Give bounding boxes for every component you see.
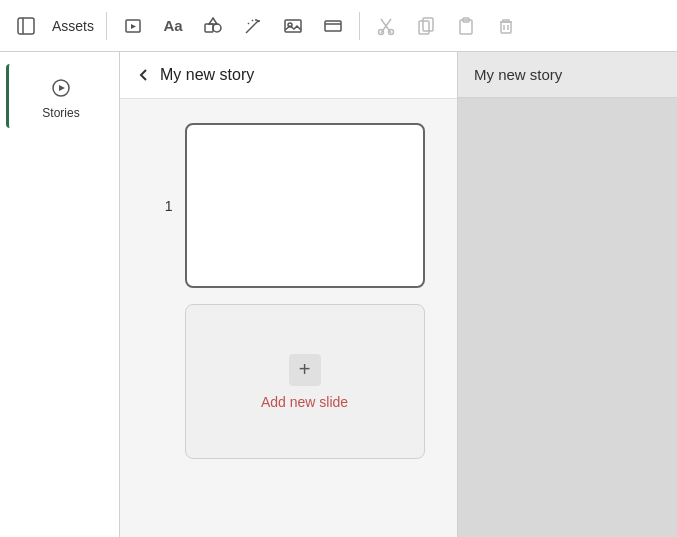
cut-btn[interactable] — [368, 8, 404, 44]
add-slide-button[interactable]: + Add new slide — [185, 304, 425, 459]
slide-thumbnail[interactable] — [185, 123, 425, 288]
svg-line-13 — [248, 23, 249, 24]
sidebar-item-stories[interactable]: Stories — [6, 64, 113, 128]
back-button[interactable] — [136, 67, 152, 83]
right-panel-content — [458, 98, 677, 537]
stories-icon — [45, 72, 77, 104]
svg-marker-6 — [209, 18, 217, 24]
paste-btn[interactable] — [448, 8, 484, 44]
svg-rect-16 — [325, 21, 341, 31]
plus-icon: + — [299, 358, 311, 381]
add-slide-icon: + — [289, 354, 321, 386]
svg-line-7 — [246, 24, 255, 33]
magic-btn[interactable] — [235, 8, 271, 44]
svg-marker-3 — [131, 24, 136, 29]
main-toolbar: Assets Aa — [0, 0, 677, 52]
svg-rect-26 — [501, 22, 511, 33]
svg-rect-22 — [423, 18, 433, 31]
media-btn[interactable] — [315, 8, 351, 44]
stories-label: Stories — [42, 106, 79, 120]
image-btn[interactable] — [275, 8, 311, 44]
shapes-btn[interactable] — [195, 8, 231, 44]
text-icon: Aa — [163, 17, 182, 34]
text-btn[interactable]: Aa — [155, 8, 191, 44]
preview-btn[interactable] — [115, 8, 151, 44]
panel-title: My new story — [160, 66, 254, 84]
sidebar: Stories — [0, 52, 120, 537]
add-slide-label: Add new slide — [261, 394, 348, 410]
slide-number: 1 — [153, 198, 173, 214]
svg-rect-4 — [205, 24, 213, 32]
main-area: Stories My new story 1 + Add — [0, 52, 677, 537]
separator-1 — [106, 12, 107, 40]
panel-header: My new story — [120, 52, 457, 99]
slide-row: 1 — [153, 123, 425, 288]
right-panel-title: My new story — [458, 52, 677, 98]
assets-label: Assets — [48, 8, 98, 44]
right-panel: My new story — [457, 52, 677, 537]
svg-rect-23 — [419, 21, 429, 34]
center-panel: My new story 1 + Add new slide — [120, 52, 457, 537]
svg-rect-0 — [18, 18, 34, 34]
svg-point-5 — [213, 24, 221, 32]
svg-rect-14 — [285, 20, 301, 32]
delete-btn[interactable] — [488, 8, 524, 44]
svg-marker-30 — [59, 85, 65, 91]
assets-toggle-btn[interactable] — [8, 8, 44, 44]
separator-2 — [359, 12, 360, 40]
svg-line-12 — [252, 20, 253, 21]
copy-btn[interactable] — [408, 8, 444, 44]
slides-container: 1 + Add new slide — [120, 99, 457, 483]
